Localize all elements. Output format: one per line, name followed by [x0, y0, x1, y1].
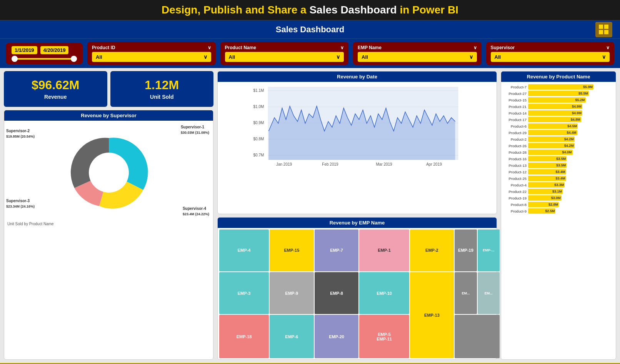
- units-label: Unit Sold: [150, 94, 173, 100]
- bar-value: $5.2M: [575, 98, 585, 102]
- product-id-filter[interactable]: Product ID ∨ All ∨: [87, 42, 216, 65]
- emp-chart-title: Revenue by EMP Name: [218, 218, 497, 228]
- bar-track: $5.5M: [528, 91, 589, 96]
- emp6-cell: EMP-6: [270, 315, 314, 358]
- bar-row-product29: Product-29 $4.4M: [504, 130, 613, 135]
- bar-value: $5.5M: [578, 91, 588, 95]
- bar-label: Product-4: [504, 183, 527, 187]
- bar-value: $4.2M: [564, 137, 574, 141]
- svg-text:$0.7M: $0.7M: [253, 153, 264, 157]
- top-banner: Design, Publish and Share a Sales Dashbo…: [0, 0, 620, 21]
- bar-label: Product-13: [504, 163, 527, 168]
- svg-rect-1: [604, 25, 608, 29]
- bar-track: $2.5M: [528, 208, 555, 214]
- emp19-cell: EMP-19: [455, 229, 477, 271]
- bar-value: $3.5M: [556, 157, 566, 161]
- emp1-cell: EMP-1: [359, 229, 409, 271]
- revenue-value: $96.62M: [32, 78, 80, 92]
- chevron-down-icon: ∨: [602, 54, 606, 60]
- svg-point-4: [89, 153, 129, 193]
- svg-rect-3: [604, 30, 608, 34]
- revenue-kpi: $96.62M Revenue: [4, 71, 107, 107]
- bar-track: $3.1M: [528, 189, 563, 194]
- bar-label: Product-29: [504, 131, 527, 135]
- product-name-value[interactable]: All ∨: [225, 52, 344, 62]
- emp8-cell: EMP-8: [315, 272, 359, 314]
- bar-value: $3.3M: [554, 183, 564, 187]
- svg-text:$1.0M: $1.0M: [253, 105, 264, 109]
- bar-track: $4.9M: [528, 110, 582, 116]
- bar-track: $3.4M: [528, 176, 566, 181]
- bar-row-product15: Product-15 $5.2M: [504, 97, 613, 103]
- em-extra3-cell: EM...: [478, 272, 500, 314]
- bar-label: Product-9: [504, 209, 527, 213]
- bar-row-product16: Product-16 $3.5M: [504, 156, 613, 161]
- emp4-cell: EMP-4: [219, 229, 269, 271]
- slider-thumb-left[interactable]: [12, 56, 18, 62]
- emp-treemap-card: Revenue by EMP Name EMP-4 EMP-15 EMP-7 E…: [217, 217, 497, 360]
- bar-label: Product-19: [504, 196, 527, 200]
- supervisor4-label: Supervisor-4$23.4M (24.22%): [183, 206, 209, 217]
- units-kpi: 1.12M Unit Sold: [110, 71, 214, 107]
- date-end: 4/20/2019: [40, 46, 69, 54]
- date-slider-track[interactable]: [12, 58, 77, 60]
- banner-text: Design, Publish and Share a Sales Dashbo…: [162, 4, 458, 16]
- middle-column: Revenue by Date $1.1M $1.0M $0.9M $0.8M …: [217, 71, 497, 360]
- bar-row-product13: Product-13 $3.5M: [504, 163, 613, 168]
- bar-label: Product-12: [504, 170, 527, 174]
- bar-row-product9: Product-9 $2.5M: [504, 208, 613, 214]
- svg-text:$0.8M: $0.8M: [253, 137, 264, 141]
- bar-value: $4.0M: [562, 150, 572, 154]
- emp-name-value[interactable]: All ∨: [358, 52, 477, 62]
- svg-text:$1.1M: $1.1M: [253, 88, 264, 93]
- supervisor-chart-card: Revenue by Supervisor: [4, 110, 213, 360]
- supervisor3-label: Supervisor-3$23.34M (24.16%): [6, 198, 35, 209]
- svg-rect-0: [599, 25, 603, 29]
- bar-track: $4.2M: [528, 143, 575, 148]
- left-column: $96.62M Revenue 1.12M Unit Sold Revenue …: [4, 71, 213, 360]
- header-bar: Sales Dashboard: [0, 21, 620, 38]
- bar-track: $3.3M: [528, 182, 565, 188]
- bar-label: Product-8: [504, 203, 527, 207]
- bar-label: Product-2: [504, 137, 527, 141]
- supervisor-value[interactable]: All ∨: [491, 52, 610, 62]
- emp15-cell: EMP-15: [270, 229, 314, 271]
- date-values: 1/1/2019 4/20/2019: [12, 46, 77, 54]
- bar-row-product21: Product-21 $4.9M: [504, 104, 613, 109]
- bar-value: $3.4M: [556, 176, 565, 180]
- date-filter[interactable]: 1/1/2019 4/20/2019: [6, 43, 83, 64]
- banner-highlight1: Design, Publish and Share a: [162, 4, 309, 16]
- bar-value: $2.8M: [548, 203, 558, 206]
- supervisor-filter[interactable]: Supervisor ∨ All ∨: [486, 42, 615, 65]
- bar-value: $3.1M: [552, 189, 562, 193]
- bar-label: Product-27: [504, 91, 527, 96]
- grid-icon: [595, 22, 612, 37]
- chevron-down-icon: ∨: [336, 54, 340, 60]
- bar-row-product26: Product-26 $4.2M: [504, 143, 613, 148]
- product-id-value[interactable]: All ∨: [92, 52, 211, 62]
- emp13-cell: EMP-13: [410, 272, 454, 358]
- bar-label: Product-21: [504, 105, 527, 109]
- product-revenue-bars: Product-7 $5.9M Product-27 $5.5M Product…: [501, 82, 616, 358]
- bar-row-product22: Product-22 $3.1M: [504, 189, 613, 194]
- bar-label: Product-7: [504, 85, 527, 89]
- emp-name-filter[interactable]: EMP Name ∨ All ∨: [353, 42, 482, 65]
- supervisor1-label: Supervisor-1$30.03M (31.08%): [181, 125, 209, 135]
- product-name-filter[interactable]: Product Name ∨ All ∨: [220, 42, 349, 65]
- bar-label: Product-26: [504, 144, 527, 148]
- bar-track: $5.2M: [528, 97, 586, 103]
- product-id-label: Product ID ∨: [92, 45, 211, 50]
- supervisor-chart-title: Revenue by Supervisor: [4, 110, 213, 121]
- bar-row-product7: Product-7 $5.9M: [504, 84, 613, 90]
- emp2-cell: EMP-2: [410, 229, 454, 271]
- bar-track: $2.8M: [528, 202, 559, 207]
- svg-text:Jan 2019: Jan 2019: [276, 162, 292, 166]
- bar-label: Product-15: [504, 98, 527, 102]
- main-content: $96.62M Revenue 1.12M Unit Sold Revenue …: [0, 68, 620, 363]
- slider-thumb-right[interactable]: [71, 56, 77, 62]
- header-title: Sales Dashboard: [276, 25, 345, 35]
- product-name-label: Product Name ∨: [225, 45, 344, 50]
- bar-row-product2: Product-2 $4.2M: [504, 136, 613, 142]
- bar-track: $3.0M: [528, 195, 562, 201]
- emp20-cell: EMP-20: [315, 315, 359, 358]
